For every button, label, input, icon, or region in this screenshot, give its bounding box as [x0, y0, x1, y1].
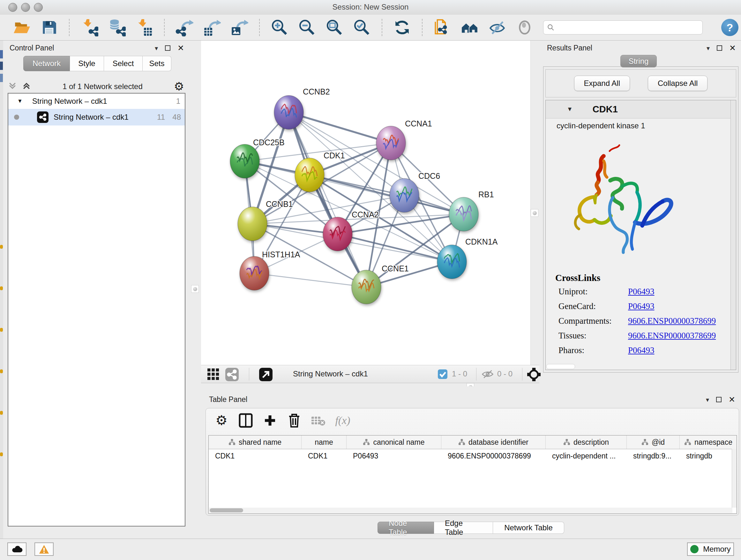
tab-edge-table[interactable]: Edge Table	[434, 522, 493, 534]
column-header-database-identifier[interactable]: database identifier	[441, 435, 546, 449]
selected-checkbox-icon[interactable]	[438, 369, 448, 380]
node-CCNA1[interactable]: CCNA1	[376, 119, 432, 160]
control-panel-maximize-icon[interactable]	[165, 45, 171, 51]
export-network-icon[interactable]	[176, 18, 193, 37]
column-header-description[interactable]: description	[546, 435, 627, 449]
node-CCNE1[interactable]: CCNE1	[352, 264, 409, 304]
search-input[interactable]	[555, 23, 699, 32]
network-options-gear-icon[interactable]: ⚙	[174, 81, 184, 92]
application-window: Session: New Session ? Control Panel ▾ ✕	[0, 0, 741, 560]
show-columns-icon[interactable]	[239, 413, 253, 428]
control-panel-close-icon[interactable]: ✕	[178, 44, 184, 52]
column-header-shared-name[interactable]: shared name	[209, 435, 301, 449]
import-network-from-file-icon[interactable]	[80, 18, 98, 37]
import-table-icon[interactable]	[135, 18, 153, 37]
tab-style[interactable]: Style	[70, 56, 104, 71]
grid-view-icon[interactable]	[207, 368, 219, 382]
import-network-from-database-icon[interactable]	[108, 18, 126, 37]
network-node-count: 11	[157, 113, 165, 122]
cloud-button[interactable]	[7, 543, 26, 556]
table-hscroll-thumb[interactable]	[210, 508, 243, 512]
results-panel-float-icon[interactable]: ▾	[706, 44, 710, 52]
refresh-network-icon[interactable]	[393, 18, 411, 37]
right-splitter-handle[interactable]	[531, 209, 538, 217]
tab-sets[interactable]: Sets	[143, 56, 172, 71]
left-splitter-handle[interactable]	[191, 285, 199, 293]
delete-column-icon[interactable]	[287, 413, 301, 428]
table-horizontal-scrollbar[interactable]	[209, 508, 732, 513]
control-panel-float-icon[interactable]: ▾	[155, 44, 158, 52]
network-collection-row[interactable]: ▼ String Network – cdk1 1	[8, 94, 185, 109]
table-vertical-scrollbar[interactable]	[732, 449, 737, 508]
function-builder-icon[interactable]: f(x)	[335, 413, 350, 428]
left-splitter[interactable]	[189, 41, 201, 539]
tab-string[interactable]: String	[620, 55, 657, 67]
new-network-from-selection-icon[interactable]	[433, 18, 451, 37]
tab-node-table[interactable]: Node Table	[378, 522, 434, 534]
table-panel-close-icon[interactable]: ✕	[729, 395, 735, 403]
column-header-canonical-name[interactable]: canonical name	[347, 435, 441, 449]
add-column-icon[interactable]	[263, 413, 277, 428]
results-panel-close-icon[interactable]: ✕	[729, 44, 736, 52]
column-header-name[interactable]: name	[301, 435, 347, 449]
collapse-all-networks-icon[interactable]	[8, 81, 17, 92]
edge-CCNB2-CCNE1[interactable]	[289, 112, 366, 287]
table-panel-maximize-icon[interactable]	[716, 397, 722, 402]
results-vertical-scrollbar[interactable]	[731, 100, 736, 370]
crosslink-link[interactable]: P06493	[628, 287, 655, 297]
results-horizontal-scrollbar[interactable]	[546, 364, 575, 369]
first-neighbors-icon[interactable]	[461, 18, 479, 37]
tab-network-table[interactable]: Network Table	[493, 522, 564, 534]
table-toolbar-box: ⚙ f(x) shared namenamecanonical namedata…	[205, 408, 739, 516]
node-CDKN1A[interactable]: CDKN1A	[437, 237, 498, 279]
memory-button[interactable]: Memory	[687, 543, 734, 556]
expand-all-button[interactable]: Expand All	[574, 76, 630, 91]
node-CDK1[interactable]: CDK1	[295, 151, 345, 192]
collection-expand-icon[interactable]: ▼	[17, 98, 23, 105]
help-icon[interactable]: ?	[721, 19, 738, 36]
crosslink-link[interactable]: 9606.ENSP00000378699	[628, 316, 716, 326]
table-row[interactable]: CDK1CDK1P064939606.ENSP00000378699cyclin…	[209, 449, 737, 462]
delete-table-icon[interactable]	[311, 413, 326, 428]
crosslink-link[interactable]: P06493	[628, 301, 655, 311]
zoom-in-icon[interactable]	[271, 18, 288, 37]
node-RB1[interactable]: RB1	[449, 190, 494, 231]
gene-collapse-icon[interactable]: ▼	[567, 106, 573, 113]
column-header-namespace[interactable]: namespace	[680, 435, 737, 449]
zoom-out-icon[interactable]	[298, 18, 316, 37]
open-session-icon[interactable]	[13, 18, 30, 37]
birds-eye-view-icon[interactable]	[259, 368, 273, 382]
node-label-CDK1: CDK1	[324, 151, 345, 160]
table-panel-float-icon[interactable]: ▾	[706, 396, 709, 403]
node-HIST1H1A[interactable]: HIST1H1A	[240, 250, 300, 290]
edge-CCNB2-CCNA1[interactable]	[289, 112, 391, 143]
results-panel-maximize-icon[interactable]	[717, 45, 722, 51]
cloud-icon	[11, 545, 23, 553]
collapse-all-button[interactable]: Collapse All	[648, 76, 708, 91]
tab-network[interactable]: Network	[23, 56, 70, 71]
tab-select[interactable]: Select	[104, 56, 143, 71]
column-header--id[interactable]: @id	[627, 435, 680, 449]
network-canvas[interactable]: CCNB2CCNA1CDC25BCDK1CDC6RB1CCNB1CCNA2CDK…	[201, 41, 530, 365]
hidden-eye-icon[interactable]	[481, 369, 494, 380]
crosslink-link[interactable]: 9606.ENSP00000378699	[628, 331, 716, 341]
zoom-selected-region-icon[interactable]	[353, 18, 371, 37]
search-field[interactable]	[543, 20, 703, 35]
export-table-icon[interactable]	[203, 18, 221, 37]
network-badge-icon[interactable]	[225, 368, 239, 382]
expand-all-networks-icon[interactable]	[22, 81, 31, 92]
crosslink-link[interactable]: P06493	[628, 346, 655, 355]
node-CDC25B[interactable]: CDC25B	[230, 138, 285, 178]
edge-HIST1H1A-CCNE1[interactable]	[254, 273, 366, 287]
table-settings-gear-icon[interactable]: ⚙	[214, 413, 229, 428]
export-image-icon[interactable]	[230, 18, 248, 37]
save-session-icon[interactable]	[40, 18, 58, 37]
right-splitter[interactable]	[530, 41, 543, 386]
network-row-selected[interactable]: String Network – cdk1 11 48	[8, 109, 185, 125]
fit-selected-crosshair-icon[interactable]	[527, 368, 541, 382]
show-all-icon[interactable]	[516, 18, 534, 37]
warnings-button[interactable]	[35, 543, 54, 556]
table-tabs: Node TableEdge TableNetwork Table	[378, 522, 564, 534]
hide-selected-icon[interactable]	[488, 18, 506, 37]
zoom-fit-content-icon[interactable]	[326, 18, 343, 37]
